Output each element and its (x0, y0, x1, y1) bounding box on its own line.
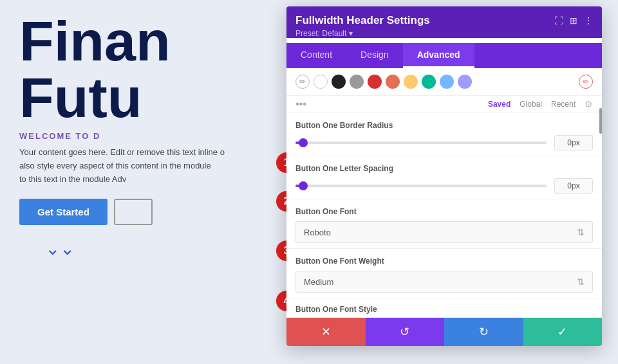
font-style-section-partial: Button One Font Style (286, 298, 602, 318)
tab-design[interactable]: Design (346, 43, 403, 68)
subtab-saved[interactable]: Saved (488, 100, 510, 109)
panel-footer: ✕ ↺ ↻ ✓ (286, 318, 602, 346)
font-section: Button One Font Roboto ⇅ (286, 199, 602, 249)
font-weight-label: Button One Font Weight (295, 257, 593, 266)
border-radius-label: Button One Border Radius (295, 121, 593, 130)
letter-spacing-section: Button One Letter Spacing 0px (286, 156, 602, 199)
font-weight-select-value: Medium (304, 277, 333, 287)
secondary-button[interactable] (114, 199, 153, 225)
letter-spacing-label: Button One Letter Spacing (295, 164, 593, 173)
panel-body: ✏ ✏ ••• Saved Global Recent ⚙ Button One… (286, 68, 602, 318)
cancel-button[interactable]: ✕ (286, 318, 366, 346)
color-swatch-green[interactable] (422, 75, 436, 89)
color-swatch-yellow[interactable] (404, 75, 418, 89)
cancel-icon: ✕ (321, 325, 331, 339)
border-radius-thumb[interactable] (299, 138, 308, 147)
subtab-recent[interactable]: Recent (551, 100, 576, 109)
page-subheading: Welcome to D (19, 131, 100, 141)
color-picker-icon[interactable]: ✏ (295, 75, 310, 89)
chevron-down-icon[interactable]: ⌄⌄ (45, 238, 75, 259)
gear-icon[interactable]: ⚙ (585, 99, 593, 109)
panel-title: Fullwidth Header Settings (295, 14, 430, 27)
color-swatches-row: ✏ ✏ (286, 68, 602, 96)
color-swatch-gray[interactable] (350, 75, 364, 89)
subtabs-row: ••• Saved Global Recent ⚙ (286, 96, 602, 113)
border-radius-section: Button One Border Radius 0px (286, 113, 602, 156)
settings-panel: Fullwidth Header Settings ⛶ ⊞ ⋮ Preset: … (286, 6, 602, 346)
grid-icon[interactable]: ⊞ (570, 15, 577, 26)
color-swatch-orange[interactable] (386, 75, 400, 89)
save-icon: ✓ (557, 325, 567, 339)
color-swatch-blue[interactable] (440, 75, 454, 89)
more-icon[interactable]: ⋮ (584, 15, 593, 26)
border-radius-slider-row: 0px (295, 135, 593, 150)
color-swatch-white[interactable] (314, 75, 328, 89)
font-weight-section: Button One Font Weight Medium ⇅ (286, 249, 602, 298)
redo-icon: ↻ (479, 325, 489, 339)
font-label: Button One Font (295, 207, 593, 216)
letter-spacing-track[interactable] (295, 185, 547, 187)
expand-icon[interactable]: ⛶ (554, 15, 563, 26)
letter-spacing-value[interactable]: 0px (554, 178, 593, 194)
tab-content[interactable]: Content (286, 43, 346, 68)
color-swatch-red[interactable] (368, 75, 382, 89)
page-body: Your content goes here. Edit or remove t… (19, 146, 225, 186)
undo-icon: ↺ (400, 325, 409, 339)
save-button[interactable]: ✓ (523, 318, 603, 346)
font-style-label: Button One Font Style (295, 305, 593, 314)
page-heading: Finan Futu (19, 13, 171, 126)
color-swatch-purple[interactable] (458, 75, 472, 89)
letter-spacing-slider-row: 0px (295, 178, 593, 194)
color-swatch-black[interactable] (332, 75, 346, 89)
border-radius-value[interactable]: 0px (554, 135, 593, 150)
subtab-global[interactable]: Global (520, 100, 542, 109)
undo-button[interactable]: ↺ (366, 318, 445, 346)
font-select-arrow: ⇅ (577, 227, 585, 237)
panel-title-icons: ⛶ ⊞ ⋮ (554, 15, 593, 26)
dots-button[interactable]: ••• (295, 98, 306, 110)
letter-spacing-thumb[interactable] (299, 181, 308, 190)
color-edit-icon[interactable]: ✏ (579, 75, 593, 89)
preset-label[interactable]: Preset: Default ▾ (295, 29, 593, 38)
font-weight-select[interactable]: Medium ⇅ (295, 271, 593, 293)
font-weight-select-arrow: ⇅ (577, 277, 585, 287)
border-radius-track[interactable] (295, 141, 547, 144)
tab-advanced[interactable]: Advanced (403, 43, 474, 68)
panel-titlebar: Fullwidth Header Settings ⛶ ⊞ ⋮ Preset: … (286, 6, 602, 38)
scrollbar[interactable] (599, 108, 602, 134)
panel-tabs: Content Design Advanced (286, 43, 602, 68)
redo-button[interactable]: ↻ (444, 318, 523, 346)
page-buttons: Get Started (19, 199, 153, 225)
font-select[interactable]: Roboto ⇅ (295, 221, 593, 243)
get-started-button[interactable]: Get Started (19, 199, 108, 225)
font-select-value: Roboto (304, 228, 331, 237)
